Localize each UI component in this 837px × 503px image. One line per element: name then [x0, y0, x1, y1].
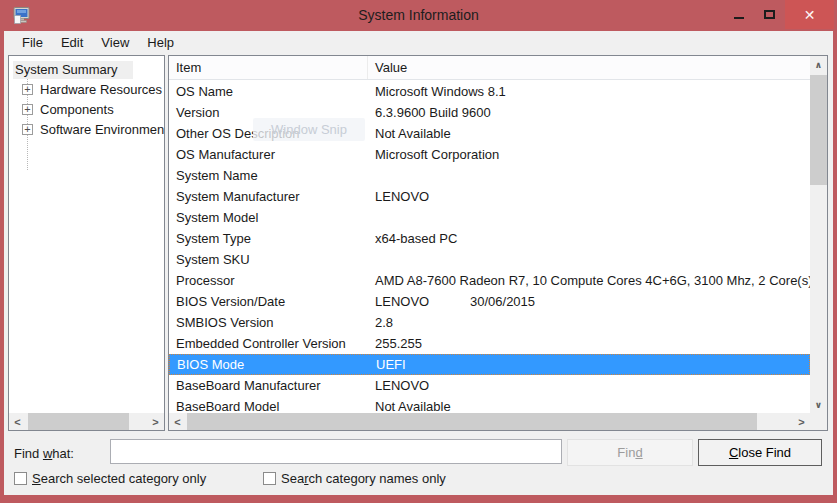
tree-item-label: Hardware Resources — [38, 82, 164, 97]
table-body: OS NameMicrosoft Windows 8.1 Version6.3.… — [169, 81, 810, 413]
row-item: System Model — [169, 210, 368, 225]
row-item: Other OS Description — [169, 126, 368, 141]
expand-plus-icon[interactable]: + — [22, 104, 33, 115]
tree-item-system-summary[interactable]: System Summary — [13, 60, 133, 79]
window-title: System Information — [0, 7, 837, 23]
close-find-button[interactable]: Close Find — [698, 439, 822, 466]
expand-plus-icon[interactable]: + — [22, 84, 33, 95]
tree-item-label: System Summary — [13, 61, 133, 79]
row-value-date: 30/06/2015 — [470, 294, 535, 309]
row-value: LENOVO — [368, 378, 810, 393]
row-value: LENOVO30/06/2015 — [368, 294, 810, 309]
tree-horizontal-scrollbar[interactable]: < > — [9, 413, 164, 430]
table-row-processor[interactable]: ProcessorAMD A8-7600 Radeon R7, 10 Compu… — [169, 270, 810, 291]
menu-file[interactable]: File — [13, 32, 52, 54]
menu-help[interactable]: Help — [138, 32, 183, 54]
find-what-label: Find what: — [14, 446, 74, 461]
checkbox-label: Search selected category only — [32, 471, 206, 486]
row-item: OS Name — [169, 84, 368, 99]
find-button[interactable]: Find — [567, 439, 693, 466]
row-item: System Manufacturer — [169, 189, 368, 204]
scroll-right-icon[interactable]: > — [793, 413, 810, 430]
scrollbar-thumb[interactable] — [187, 413, 757, 430]
row-value: UEFI — [369, 357, 809, 372]
row-value: x64-based PC — [368, 231, 810, 246]
scroll-left-icon[interactable]: < — [169, 413, 186, 430]
find-bar: Find what: Find Close Find Search select… — [4, 431, 833, 495]
titlebar[interactable]: System Information ✕ — [0, 0, 837, 31]
menu-view[interactable]: View — [92, 32, 138, 54]
search-category-names-option: Search category names only — [263, 471, 446, 486]
minimize-icon — [734, 17, 744, 19]
row-value-main: LENOVO — [375, 294, 470, 309]
row-item: Processor — [169, 273, 368, 288]
table-vertical-scrollbar[interactable]: ∧ ∨ — [810, 56, 827, 413]
row-value: 6.3.9600 Build 9600 — [368, 105, 810, 120]
table-row-system-model[interactable]: System Model — [169, 207, 810, 228]
checkbox-label: Search category names only — [281, 471, 446, 486]
table-row-system-name[interactable]: System Name — [169, 165, 810, 186]
row-value: AMD A8-7600 Radeon R7, 10 Compute Cores … — [368, 273, 810, 288]
menu-edit[interactable]: Edit — [52, 32, 92, 54]
scroll-down-icon[interactable]: ∨ — [810, 396, 827, 413]
row-item: SMBIOS Version — [169, 315, 368, 330]
row-item: BIOS Mode — [170, 357, 369, 372]
scrollbar-corner — [810, 413, 827, 430]
row-value: Microsoft Corporation — [368, 147, 810, 162]
column-header-value[interactable]: Value — [368, 60, 407, 75]
row-value: Not Available — [368, 126, 810, 141]
close-icon: ✕ — [804, 8, 816, 22]
minimize-button[interactable] — [723, 0, 754, 29]
table-header: Item Value — [169, 56, 810, 80]
table-row-other-os-description[interactable]: Other OS DescriptionNot Available — [169, 123, 810, 144]
scrollbar-thumb[interactable] — [28, 413, 129, 430]
table-row-os-manufacturer[interactable]: OS ManufacturerMicrosoft Corporation — [169, 144, 810, 165]
table-row-baseboard-model[interactable]: BaseBoard ModelNot Available — [169, 396, 810, 413]
tree-item-software-environment[interactable]: + Software Environment — [22, 120, 165, 139]
scroll-left-icon[interactable]: < — [9, 413, 26, 430]
row-value: LENOVO — [368, 189, 810, 204]
row-value: Microsoft Windows 8.1 — [368, 84, 810, 99]
table-row-system-sku[interactable]: System SKU — [169, 249, 810, 270]
window-controls: ✕ — [723, 0, 834, 29]
system-information-window: System Information ✕ File Edit View Help… — [0, 0, 837, 503]
row-item: System Type — [169, 231, 368, 246]
scrollbar-thumb[interactable] — [810, 75, 827, 185]
row-item: OS Manufacturer — [169, 147, 368, 162]
table-row-smbios-version[interactable]: SMBIOS Version2.8 — [169, 312, 810, 333]
maximize-icon — [764, 10, 775, 19]
category-tree-pane: System Summary + Hardware Resources + Co… — [8, 55, 165, 431]
close-button[interactable]: ✕ — [785, 0, 834, 29]
table-row-version[interactable]: Version6.3.9600 Build 9600 — [169, 102, 810, 123]
search-category-names-checkbox[interactable] — [263, 472, 276, 485]
tree-item-components[interactable]: + Components — [22, 100, 116, 119]
row-item: Embedded Controller Version — [169, 336, 368, 351]
maximize-button[interactable] — [754, 0, 785, 29]
table-row-bios-mode-selected[interactable]: BIOS ModeUEFI — [169, 354, 810, 375]
row-value: Not Available — [368, 399, 810, 413]
scroll-up-icon[interactable]: ∧ — [810, 56, 827, 73]
table-row-embedded-controller-version[interactable]: Embedded Controller Version255.255 — [169, 333, 810, 354]
table-row-bios-version-date[interactable]: BIOS Version/DateLENOVO30/06/2015 — [169, 291, 810, 312]
column-header-item[interactable]: Item — [169, 56, 368, 79]
scroll-right-icon[interactable]: > — [147, 413, 164, 430]
menu-bar: File Edit View Help — [4, 31, 833, 54]
table-row-system-type[interactable]: System Typex64-based PC — [169, 228, 810, 249]
find-input[interactable] — [110, 439, 562, 464]
search-selected-category-option: Search selected category only — [14, 471, 206, 486]
row-item: BaseBoard Manufacturer — [169, 378, 368, 393]
row-item: Version — [169, 105, 368, 120]
table-horizontal-scrollbar[interactable]: < > — [169, 413, 810, 430]
system-summary-table-pane: Item Value OS NameMicrosoft Windows 8.1 … — [168, 55, 828, 431]
table-row-system-manufacturer[interactable]: System ManufacturerLENOVO — [169, 186, 810, 207]
expand-plus-icon[interactable]: + — [22, 124, 33, 135]
row-value: 2.8 — [368, 315, 810, 330]
search-selected-category-checkbox[interactable] — [14, 472, 27, 485]
table-row-baseboard-manufacturer[interactable]: BaseBoard ManufacturerLENOVO — [169, 375, 810, 396]
window-content: File Edit View Help System Summary + Har… — [4, 31, 833, 495]
row-item: BaseBoard Model — [169, 399, 368, 413]
tree-item-hardware-resources[interactable]: + Hardware Resources — [22, 80, 164, 99]
tree-item-label: Components — [38, 102, 116, 117]
table-row-os-name[interactable]: OS NameMicrosoft Windows 8.1 — [169, 81, 810, 102]
row-value: 255.255 — [368, 336, 810, 351]
